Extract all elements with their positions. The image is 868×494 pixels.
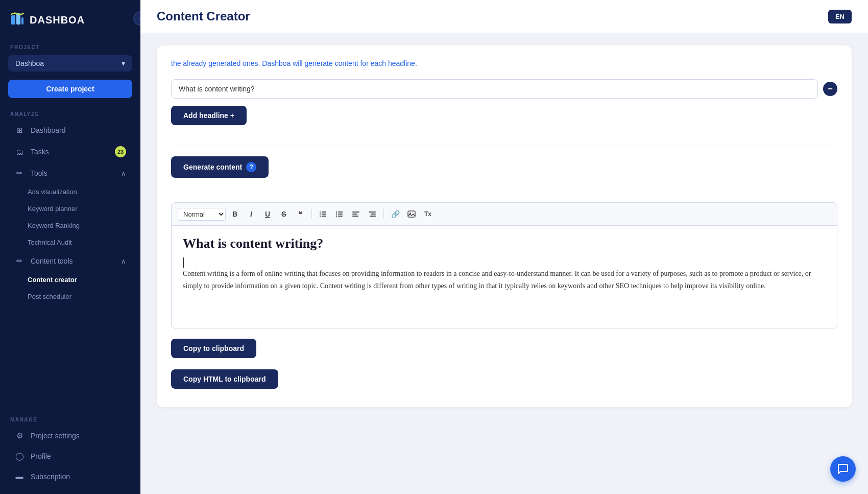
strikethrough-button[interactable]: S (277, 207, 291, 221)
blockquote-button[interactable]: ❝ (293, 207, 307, 221)
profile-icon: ◯ (14, 452, 25, 461)
svg-rect-2 (21, 17, 23, 25)
sidebar-subitem-keyword-planner[interactable]: Keyword planner (4, 201, 136, 217)
create-project-button[interactable]: Create project (8, 80, 132, 98)
project-name: Dashboa (15, 59, 44, 67)
bold-button[interactable]: B (228, 207, 242, 221)
chat-button[interactable] (830, 456, 856, 482)
svg-rect-18 (369, 211, 376, 213)
ordered-list-button[interactable] (316, 207, 330, 221)
sidebar-item-label: Content tools (31, 257, 73, 265)
unordered-list-button[interactable] (332, 207, 347, 221)
add-headline-button[interactable]: Add headline + (171, 106, 247, 125)
sidebar-item-label: Project settings (31, 432, 80, 440)
sidebar-subitem-label: Keyword Ranking (28, 222, 80, 229)
sidebar-subitem-technical-audit[interactable]: Technical Audit (4, 234, 136, 250)
sidebar-item-subscription[interactable]: ▬ Subscription (4, 467, 136, 486)
align-left-button[interactable] (349, 207, 363, 221)
sidebar-item-label: Profile (31, 452, 51, 460)
copy-html-button[interactable]: Copy HTML to clipboard (171, 369, 278, 389)
svg-rect-10 (338, 214, 343, 215)
svg-rect-3 (322, 211, 326, 213)
sidebar-item-label: Dashboard (31, 126, 66, 134)
page-title: Content Creator (157, 9, 250, 23)
copy-to-clipboard-button[interactable]: Copy to clipboard (171, 339, 256, 358)
sidebar-item-label: Subscription (31, 473, 70, 481)
sidebar-subitem-keyword-ranking[interactable]: Keyword Ranking (4, 218, 136, 233)
project-selector[interactable]: Dashboa ▾ (8, 55, 132, 72)
svg-rect-16 (352, 214, 357, 215)
minus-icon: − (828, 84, 832, 93)
editor-toolbar: Normal Heading 1 Heading 2 Heading 3 B I… (172, 203, 837, 226)
svg-rect-8 (320, 216, 321, 217)
chevron-down-icon: ▾ (122, 59, 125, 67)
clear-format-button[interactable]: Tx (421, 207, 435, 221)
chevron-up-icon: ∧ (121, 257, 126, 265)
svg-rect-19 (371, 214, 376, 215)
logo-icon (10, 11, 25, 29)
sidebar-item-label: Tasks (31, 148, 49, 156)
sidebar-subitem-label: Content creator (28, 276, 77, 284)
sidebar-item-tools[interactable]: ✏ Tools ∧ (4, 163, 136, 183)
remove-headline-button[interactable]: − (823, 82, 837, 96)
svg-rect-17 (352, 216, 358, 217)
headline-input[interactable] (171, 79, 818, 99)
editor-body[interactable]: What is content writing? Content writing… (172, 226, 837, 328)
image-button[interactable] (404, 207, 419, 221)
svg-rect-20 (370, 216, 376, 217)
sidebar-item-profile[interactable]: ◯ Profile (4, 446, 136, 466)
svg-rect-0 (11, 15, 15, 25)
settings-icon: ⚙ (14, 431, 25, 440)
main-content: Content Creator EN the already generated… (140, 0, 868, 494)
sidebar-subitem-label: Keyword planner (28, 205, 78, 213)
chevron-up-icon: ∧ (121, 170, 126, 177)
tasks-icon: 🗂 (14, 148, 25, 156)
italic-button[interactable]: I (244, 207, 258, 221)
underline-button[interactable]: U (260, 207, 275, 221)
format-select[interactable]: Normal Heading 1 Heading 2 Heading 3 (178, 208, 226, 221)
svg-rect-6 (320, 211, 321, 213)
content-tools-icon: ✏ (14, 256, 25, 266)
generate-content-button[interactable]: Generate content ? (171, 156, 269, 178)
analyze-section-label: ANALYZE (0, 104, 140, 120)
language-button[interactable]: EN (828, 10, 852, 23)
generate-btn-label: Generate content (183, 163, 242, 171)
svg-rect-9 (338, 211, 343, 213)
svg-rect-21 (408, 211, 415, 217)
tools-icon: ✏ (14, 169, 25, 178)
logo-text: DASHBOA (30, 14, 85, 26)
sidebar-item-tasks[interactable]: 🗂 Tasks 23 (4, 141, 136, 162)
dashboard-icon: ⊞ (14, 126, 25, 135)
editor-cursor-line (183, 257, 826, 268)
sidebar-item-project-settings[interactable]: ⚙ Project settings (4, 426, 136, 445)
link-button[interactable]: 🔗 (388, 207, 402, 221)
svg-point-13 (336, 214, 337, 215)
sidebar-item-content-tools[interactable]: ✏ Content tools ∧ (4, 251, 136, 271)
help-icon: ? (246, 162, 256, 172)
sidebar-item-label: Tools (31, 169, 47, 177)
content-area: the already generated ones. Dashboa will… (140, 33, 868, 494)
svg-rect-5 (322, 216, 326, 217)
svg-rect-7 (320, 214, 321, 215)
project-section-label: PROJECT (0, 37, 140, 53)
svg-point-14 (336, 216, 337, 217)
sidebar-subitem-ads-visualization[interactable]: Ads visualization (4, 184, 136, 200)
sidebar-subitem-label: Post scheduler (28, 293, 71, 300)
sidebar-logo: DASHBOA (0, 0, 140, 37)
editor-heading: What is content writing? (183, 236, 826, 251)
divider (171, 146, 837, 146)
description-text: the already generated ones. Dashboa will… (171, 58, 837, 69)
sidebar-subitem-post-scheduler[interactable]: Post scheduler (4, 289, 136, 304)
manage-section-label: MANAGE (0, 410, 140, 426)
svg-point-12 (336, 211, 337, 213)
tasks-badge: 23 (115, 146, 126, 157)
subscription-icon: ▬ (14, 472, 25, 481)
editor-paragraph: Content writing is a form of online writ… (183, 268, 826, 292)
svg-rect-4 (322, 214, 326, 215)
toolbar-divider (311, 209, 312, 219)
sidebar-subitem-content-creator[interactable]: Content creator (4, 272, 136, 288)
svg-rect-15 (352, 211, 359, 213)
sidebar-item-dashboard[interactable]: ⊞ Dashboard (4, 121, 136, 140)
align-right-button[interactable] (365, 207, 379, 221)
sidebar-subitem-label: Technical Audit (28, 239, 72, 246)
